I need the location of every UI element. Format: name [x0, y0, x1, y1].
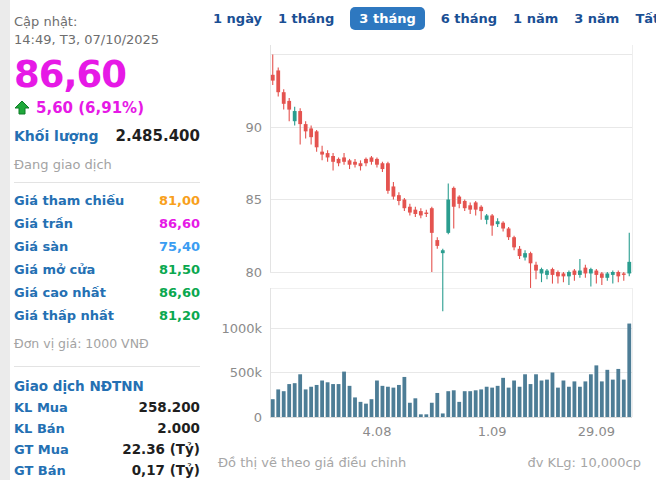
volume-bar [348, 386, 352, 417]
candle-body [309, 128, 313, 137]
candle-body [518, 249, 522, 256]
candle-body [342, 157, 346, 161]
volume-bar [611, 380, 615, 417]
x-axis-tick: 1.09 [478, 424, 507, 439]
volume-bar [375, 381, 379, 417]
volume-bar [573, 381, 577, 417]
volume-bar [337, 384, 341, 417]
volume-bar [408, 403, 412, 417]
volume-bar [567, 387, 571, 417]
price-axis-tick: 90 [245, 120, 262, 135]
volume-bar [392, 388, 396, 417]
volume-bar [430, 403, 434, 417]
candle-body [287, 101, 291, 110]
candle-body [293, 111, 297, 121]
candle-body [408, 207, 412, 213]
volume-bar [605, 370, 609, 417]
candle-body [375, 159, 379, 165]
candle-body [611, 272, 615, 275]
volume-bar [435, 393, 439, 417]
volume-bar [578, 387, 582, 417]
candle-body [545, 271, 549, 275]
candle-body [337, 159, 341, 163]
candle-body [507, 229, 511, 238]
candle-body [424, 213, 428, 214]
stock-chart-widget: Cập nhật: 14:49, T3, 07/10/2025 86,60 5,… [0, 0, 656, 480]
candle-body [282, 92, 286, 104]
candle-body [474, 202, 478, 209]
candle-body [430, 208, 434, 233]
candle-body [468, 205, 472, 209]
volume-bar [616, 369, 620, 417]
candle-body [523, 253, 527, 257]
candle-body [479, 207, 483, 211]
volume-bar [331, 384, 335, 417]
volume-bar [452, 390, 456, 417]
volume-axis-tick: 500k [230, 365, 263, 380]
candle-body [271, 75, 275, 81]
volume-bar [501, 378, 505, 417]
volume-bar [359, 402, 363, 417]
volume-bar [397, 385, 401, 417]
volume-axis-tick: 1000k [221, 321, 262, 336]
volume-bar [320, 381, 324, 417]
candle-body [304, 124, 308, 131]
candle-body [512, 237, 516, 247]
candle-body [298, 111, 302, 124]
volume-bar [562, 381, 566, 417]
candle-body [496, 221, 500, 224]
candle-body [529, 253, 533, 263]
candle-body [463, 201, 467, 208]
volume-bar [622, 380, 626, 417]
candle-body [402, 200, 406, 209]
volume-bar [315, 385, 319, 417]
volume-bar [496, 386, 500, 417]
volume-bar [271, 399, 275, 417]
volume-bar [485, 387, 489, 417]
volume-axis-tick: 0 [254, 410, 262, 425]
candle-body [331, 156, 335, 162]
volume-bar [523, 374, 527, 417]
candle-body [594, 271, 598, 275]
candle-body [567, 272, 571, 276]
candle-body [556, 272, 560, 276]
volume-bar [424, 414, 428, 417]
candle-body [490, 215, 494, 225]
volume-bar [304, 389, 308, 417]
volume-bar [583, 381, 587, 417]
volume-bar [353, 397, 357, 417]
x-axis-tick: 29.09 [578, 424, 615, 439]
volume-bar [402, 377, 406, 417]
candle-body [605, 273, 609, 277]
volume-bar [468, 391, 472, 417]
volume-bar [594, 365, 598, 417]
volume-bar [276, 389, 280, 417]
volume-bar [518, 387, 522, 417]
candle-body [600, 273, 604, 277]
candle-body [413, 210, 417, 214]
candle-body [616, 272, 620, 276]
candle-body [315, 131, 319, 147]
volume-bar [545, 380, 549, 417]
candle-body [452, 188, 456, 207]
volume-bar [293, 383, 297, 417]
candle-body [435, 240, 439, 246]
candle-body [627, 262, 631, 274]
volume-bar [446, 391, 450, 417]
volume-bar [551, 373, 555, 418]
volume-bar [474, 390, 478, 417]
volume-bar [600, 381, 604, 417]
volume-bar [282, 391, 286, 417]
volume-bar [556, 388, 560, 417]
volume-bar [309, 387, 313, 417]
candle-body [348, 160, 352, 164]
candle-body [457, 197, 461, 204]
volume-bar [540, 381, 544, 417]
candle-body [370, 157, 374, 161]
candle-body [622, 273, 626, 274]
price-volume-chart[interactable]: 9085801000k500k04.081.0929.09 [0, 0, 656, 480]
volume-bar [627, 324, 631, 417]
candle-body [534, 265, 538, 271]
volume-bar [490, 388, 494, 417]
candle-body [446, 200, 450, 233]
